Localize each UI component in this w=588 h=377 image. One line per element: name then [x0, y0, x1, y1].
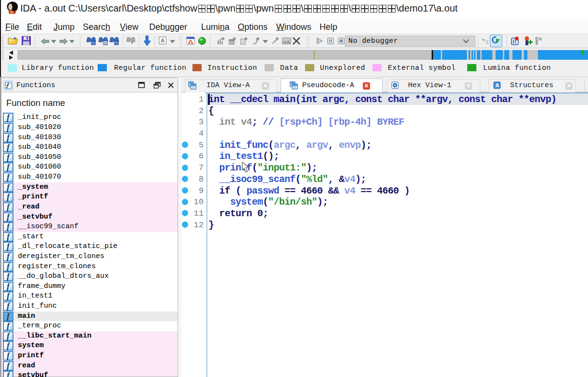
svg-text:A: A [496, 82, 499, 88]
svg-text:b: b [104, 41, 107, 45]
svg-text:A: A [161, 38, 165, 43]
svg-text:C: C [486, 40, 489, 45]
